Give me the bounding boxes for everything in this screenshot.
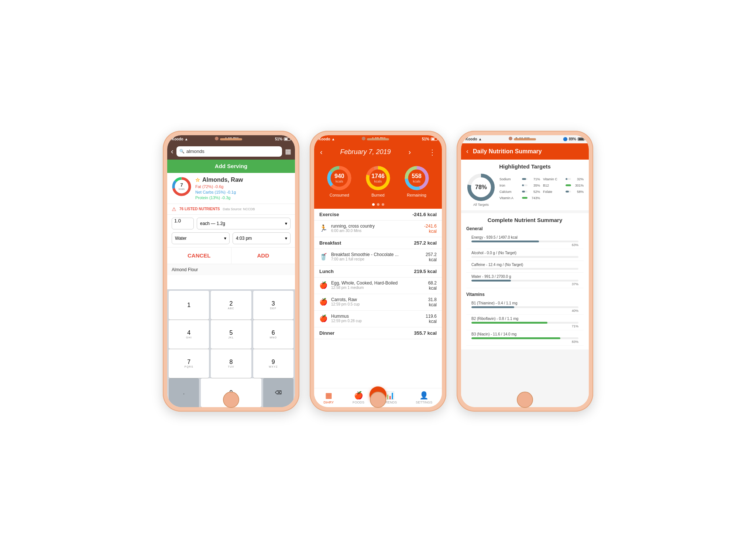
key-backspace[interactable]: ⌫ [263,378,293,407]
diary-nav-label: DIARY [324,400,334,404]
sodium-bar-bg [522,178,528,180]
quantity-input[interactable]: 1.0 [172,218,194,229]
meal-selector[interactable]: Water ▾ [172,232,230,244]
dot-3[interactable] [382,203,384,206]
serving-select[interactable]: each — 1.2g ▾ [197,218,291,229]
b2-bar-bg [471,322,578,324]
remaining-kcal-label: kcals [412,180,422,183]
dot-1[interactable] [372,203,375,206]
home-button-2[interactable] [370,392,386,408]
status-right-1: 51% [275,137,291,141]
kb-row-1: 1 2ABC 3DEF [169,291,293,320]
scene: Koodo ▲ 4:03 PM 51% ‹ 🔍 almonds ▦ [0,0,756,542]
list-item[interactable]: 🍎 Hummus 12:59 pm 0.28 cup 119.6kcal [314,311,442,327]
home-button-1[interactable] [223,392,239,408]
consumed-kcal: 940 [334,173,344,180]
vita-bar [522,197,528,199]
camera-3 [509,137,512,140]
key-3[interactable]: 3DEF [253,291,293,320]
food-kcal-label: kcals [179,188,185,191]
list-item[interactable]: 🍎 Egg, Whole, Cooked, Hard-Boiled 12:58 … [314,277,442,294]
list-item[interactable]: 🏃 running, cross country 6:00 am 30.0 Mi… [314,221,442,237]
burned-donut: 1746 kcals [365,165,391,191]
vitc-bar [566,178,567,180]
cancel-button[interactable]: CANCEL [167,248,231,264]
food-name: Almonds, Raw [202,177,243,183]
battery-fill-1 [285,138,288,140]
almond-flour-label: Almond Flour [172,267,198,272]
fat-val: -0.6g [214,184,223,189]
fat-row: Fat (72%) -0.6g [195,184,291,189]
food-kcal: 7 [179,183,185,188]
more-options-button[interactable]: ⋮ [429,148,436,157]
targets-2col: Sodium 71% Vitamin C [499,177,584,202]
prot-row: Protein (13%) -0.3g [195,195,291,200]
hummus-icon: 🍎 [319,314,327,323]
key-2[interactable]: 2ABC [211,291,251,320]
key-8[interactable]: 8TUV [211,349,251,378]
camera-2 [362,137,365,140]
sodium-label: Sodium [499,177,520,181]
b2-bar [471,322,547,324]
phone-2: Koodo ▲ 4:03 PM 51% ‹ February 7, 2019 ›… [310,131,446,412]
vita-row: Vitamin A 743% [499,196,540,200]
nutrients-count: 76 LISTED NUTRIENTS [179,207,220,211]
key-4[interactable]: 4GHI [169,320,209,349]
key-dot[interactable]: . [169,378,199,407]
back-icon-3[interactable]: ‹ [466,147,468,155]
prot-text: Protein (13%) [195,195,221,200]
carrot-info: Carrots, Raw 12:59 pm 0.5 cup [331,297,425,306]
wifi-icon-3: ▲ [478,137,482,141]
battery-icon-2 [431,137,437,141]
battery-icon-3 [578,137,584,141]
dot-2[interactable] [377,203,379,206]
bluetooth-icon-3: 🔵 [563,137,567,141]
almond-flour-row: Almond Flour [167,264,295,275]
nav-diary[interactable]: ▦ DIARY [324,391,334,404]
b2-nutrient: B2 (Riboflavin) - 0.8 / 1.1 mg 71% [466,315,584,330]
key-6[interactable]: 6MNO [253,320,293,349]
egg-icon: 🍎 [319,281,327,289]
vitc-bar-bg [566,178,571,180]
serving-chevron: ▾ [285,221,287,226]
energy-bar [471,241,539,242]
b2-pct: 71% [471,324,578,328]
egg-kcal: 68.2kcal [428,280,437,291]
next-date-button[interactable]: › [408,148,411,156]
dinner-total: 355.7 kcal [414,330,437,336]
time-selector[interactable]: 4:03 pm ▾ [233,232,291,244]
prot-val: -0.3g [221,195,230,200]
key-5[interactable]: 5JKL [211,320,251,349]
diary-summary: 940 kcals Consumed [314,161,442,203]
burned-kcal: 1746 [371,173,385,180]
breakfast-name: Breakfast Smoothie - Chocolate ... [331,252,422,257]
data-source: Data Source: NCCDB [223,207,255,211]
nav-foods[interactable]: 🍎 FOODS [353,391,364,404]
breakfast-section-header: Breakfast 257.2 kcal [314,237,442,249]
barcode-icon[interactable]: ▦ [285,147,291,156]
iron-row: Iron 35% [499,184,540,187]
nav-settings[interactable]: 👤 SETTINGS [416,391,432,404]
meal-label: Water [175,236,187,241]
nutrition-content: Highlighted Targets 78% All Targets [461,160,589,407]
b3-nutrient: B3 (Niacin) - 11.6 / 14.0 mg 83% [466,330,584,346]
back-icon-1[interactable]: ‹ [171,147,173,156]
prev-date-button[interactable]: ‹ [320,148,323,156]
exercise-time: 6:00 am 30.0 Mins [331,229,420,233]
egg-time: 12:58 pm 1 medium [331,286,425,290]
search-box-1[interactable]: 🔍 almonds [176,146,282,157]
key-9[interactable]: 9WXYZ [253,349,293,378]
key-7[interactable]: 7PQRS [169,349,209,378]
battery-fill-2 [432,138,434,140]
list-item[interactable]: 🍎 Carrots, Raw 12:59 pm 0.5 cup 31.8kcal [314,294,442,311]
b3-bar-bg [471,337,578,339]
add-button[interactable]: ADD [231,248,295,264]
vitamins-label: Vitamins [466,292,584,297]
home-button-3[interactable] [517,392,533,408]
foods-nav-label: FOODS [353,400,364,404]
phone-1: Koodo ▲ 4:03 PM 51% ‹ 🔍 almonds ▦ [163,131,299,412]
exercise-total: -241.6 kcal [412,212,437,217]
key-1[interactable]: 1 [169,291,209,320]
speaker-3 [514,138,536,140]
list-item[interactable]: 🥤 Breakfast Smoothie - Chocolate ... 7:0… [314,249,442,266]
